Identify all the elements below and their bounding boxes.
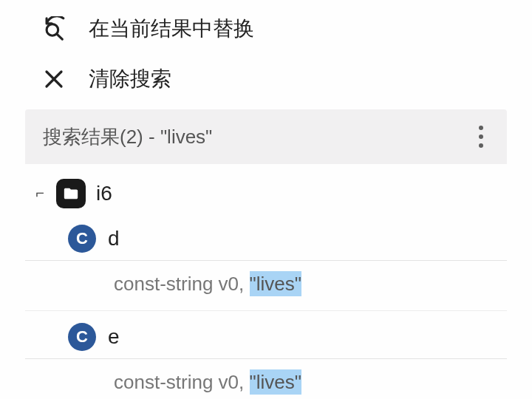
kebab-dot-icon <box>479 126 483 130</box>
results-header-bar: 搜索结果(2) - "lives" <box>25 109 507 164</box>
class-icon: C <box>68 225 96 253</box>
replace-in-results-label: 在当前结果中替换 <box>89 15 254 43</box>
collapse-toggle-icon[interactable]: ⌐ <box>31 185 49 202</box>
kebab-dot-icon <box>479 143 483 148</box>
file-name: d <box>108 227 120 250</box>
match-highlight: "lives" <box>250 271 301 296</box>
match-row[interactable]: const-string v0, "lives" <box>25 359 507 399</box>
results-header-label: 搜索结果(2) - "lives" <box>43 124 212 150</box>
file-name: e <box>108 325 120 349</box>
replace-in-results-row[interactable]: 在当前结果中替换 <box>25 9 507 59</box>
folder-icon <box>56 179 86 208</box>
class-icon: C <box>68 323 96 351</box>
folder-name: i6 <box>96 182 112 205</box>
kebab-dot-icon <box>479 134 483 139</box>
match-prefix: const-string v0, <box>114 273 250 295</box>
clear-search-row[interactable]: 清除搜索 <box>25 59 507 109</box>
match-snippet: const-string v0, "lives" <box>114 271 301 296</box>
replace-icon <box>40 16 68 41</box>
file-row[interactable]: C d <box>25 217 507 261</box>
clear-search-label: 清除搜索 <box>89 65 171 93</box>
match-prefix: const-string v0, <box>114 371 250 393</box>
match-highlight: "lives" <box>250 369 301 395</box>
search-results-panel: 在当前结果中替换 清除搜索 搜索结果(2) - "lives" ⌐ i6 <box>0 0 532 399</box>
match-snippet: const-string v0, "lives" <box>114 369 301 395</box>
svg-line-1 <box>57 34 62 39</box>
close-icon <box>40 68 68 90</box>
folder-row[interactable]: ⌐ i6 <box>25 174 507 217</box>
file-row[interactable]: C e <box>25 316 507 359</box>
results-tree: ⌐ i6 C d const-string v0, "lives" C e co… <box>25 164 507 399</box>
match-row[interactable]: const-string v0, "lives" <box>25 261 507 311</box>
more-options-button[interactable] <box>470 123 492 151</box>
